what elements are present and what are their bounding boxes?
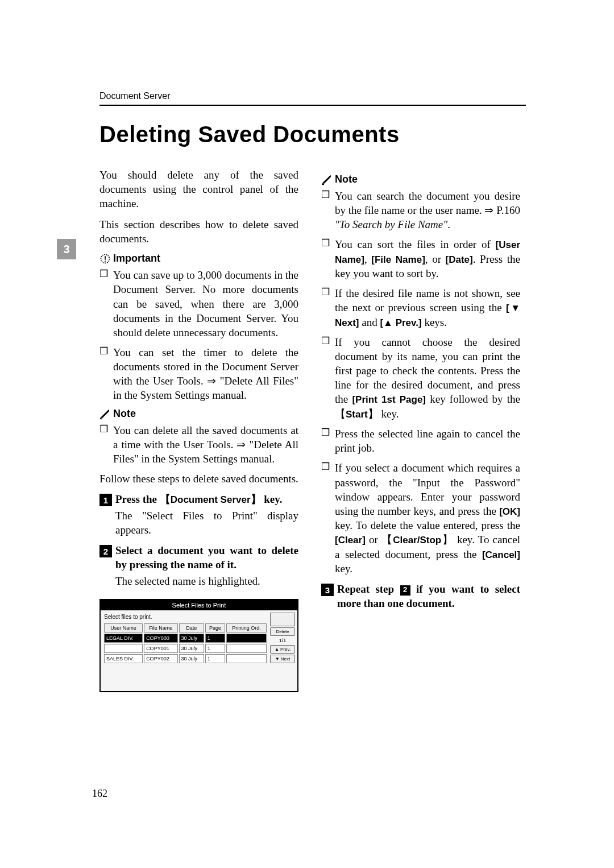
important-item: You can set the timer to delete the docu… bbox=[99, 345, 298, 402]
note-label: Note bbox=[321, 173, 520, 185]
lcd-subtitle: Select files to print. bbox=[104, 614, 268, 620]
t: You can search the document you desire b… bbox=[335, 190, 520, 216]
cell-date: 30 July bbox=[179, 654, 204, 663]
note-icon bbox=[99, 408, 111, 420]
step-1: 1 Press the 【Document Server】 key. bbox=[99, 493, 298, 507]
cell-page: 1 bbox=[205, 634, 225, 643]
col-file[interactable]: File Name bbox=[144, 623, 177, 633]
table-row[interactable]: COPY001 30 July 1 bbox=[104, 644, 267, 653]
col-printing-order[interactable]: Printing Ord. bbox=[226, 623, 267, 633]
right-column: Note You can search the document you des… bbox=[321, 168, 520, 692]
step-1-head: Press the 【Document Server】 key. bbox=[115, 493, 282, 507]
prev-button[interactable]: ▲ Prev. bbox=[270, 645, 295, 654]
lcd-main: Select files to print. User Name File Na… bbox=[103, 613, 268, 687]
lead-para: Follow these steps to delete saved docum… bbox=[99, 472, 298, 486]
t: and bbox=[359, 316, 380, 328]
cell-file: COPY002 bbox=[144, 654, 177, 663]
step-number-icon: 1 bbox=[99, 494, 112, 506]
start-key: Start bbox=[346, 409, 368, 420]
cell-page: 1 bbox=[205, 644, 225, 653]
step-3: 3 Repeat step 2 if you want to select mo… bbox=[321, 582, 520, 610]
left-column: You should delete any of the saved docum… bbox=[99, 168, 298, 692]
t: , or bbox=[425, 253, 446, 265]
t: . bbox=[447, 218, 450, 230]
step-number-icon: 2 bbox=[99, 545, 112, 557]
page-indicator: 1/1 bbox=[270, 637, 295, 644]
clear-key: [Clear] bbox=[335, 535, 366, 545]
t: keys. bbox=[422, 316, 447, 328]
date-key: [Date] bbox=[446, 254, 473, 265]
scroll-icon[interactable] bbox=[270, 613, 295, 626]
lcd-title: Select Files to Print bbox=[101, 600, 297, 610]
note-item: If the desired file name is not shown, s… bbox=[321, 286, 520, 329]
running-head: Document Server bbox=[99, 91, 526, 101]
note-item: If you cannot choose the desired documen… bbox=[321, 335, 520, 421]
col-page[interactable]: Page bbox=[205, 623, 225, 633]
bracket-open: 【 bbox=[160, 493, 171, 505]
ok-key: [OK] bbox=[499, 506, 520, 517]
cell-file: COPY001 bbox=[144, 644, 177, 653]
cell-user bbox=[104, 644, 143, 653]
page-number: 162 bbox=[92, 788, 107, 800]
bracket-open: 【 bbox=[335, 408, 346, 420]
note-text: Note bbox=[335, 173, 358, 185]
next-button[interactable]: ▼ Next bbox=[270, 655, 295, 663]
two-columns: You should delete any of the saved docum… bbox=[99, 168, 526, 692]
clear-stop-key: Clear/Stop bbox=[393, 535, 441, 545]
important-label: Important bbox=[99, 253, 298, 264]
note-text: Note bbox=[113, 408, 136, 420]
svg-rect-1 bbox=[105, 256, 106, 260]
file-name-key: [File Name] bbox=[371, 254, 425, 265]
note-item: You can sort the files in order of [User… bbox=[321, 237, 520, 280]
important-text: Important bbox=[113, 253, 160, 264]
cell-order bbox=[226, 634, 267, 643]
note-list: You can delete all the saved documents a… bbox=[99, 423, 298, 466]
t: key. bbox=[335, 563, 352, 574]
important-list: You can save up to 3,000 documents in th… bbox=[99, 268, 298, 402]
note-item: You can delete all the saved documents a… bbox=[99, 423, 298, 466]
cell-date: 30 July bbox=[179, 634, 204, 643]
cell-order bbox=[226, 644, 267, 653]
cell-file: COPY000 bbox=[144, 634, 177, 643]
note-item: You can search the document you desire b… bbox=[321, 189, 520, 232]
step-3-head: Repeat step 2 if you want to select more… bbox=[337, 582, 520, 610]
lcd-screenshot: Select Files to Print Select files to pr… bbox=[99, 599, 298, 692]
step-number-icon: 3 bbox=[321, 584, 334, 596]
print-1st-page-key: [Print 1st Page] bbox=[352, 394, 426, 405]
delete-button[interactable]: Delete bbox=[270, 627, 295, 636]
step-2: 2 Select a document you want to delete b… bbox=[99, 544, 298, 572]
table-row[interactable]: LEGAL DIV. COPY000 30 July 1 bbox=[104, 634, 267, 643]
col-user[interactable]: User Name bbox=[104, 623, 143, 633]
note-icon bbox=[321, 174, 333, 185]
bracket-close: 】 bbox=[441, 534, 454, 545]
step-1-body: The "Select Files to Print" display appe… bbox=[115, 509, 298, 537]
intro-para-2: This section describes how to delete sav… bbox=[99, 217, 298, 246]
t: Repeat step bbox=[337, 583, 400, 595]
page: 3 Document Server Deleting Saved Documen… bbox=[0, 0, 614, 868]
ref-italic: "To Search by File Name" bbox=[335, 218, 447, 230]
cell-page: 1 bbox=[205, 654, 225, 663]
bracket-close: 】 bbox=[251, 493, 262, 505]
step-ref-icon: 2 bbox=[400, 585, 410, 596]
chapter-tab: 3 bbox=[57, 239, 76, 259]
intro-para-1: You should delete any of the saved docum… bbox=[99, 168, 298, 210]
t: key. To delete the value entered, press … bbox=[335, 519, 520, 531]
cell-date: 30 July bbox=[179, 644, 204, 653]
table-row[interactable]: SALES DIV. COPY002 30 July 1 bbox=[104, 654, 267, 663]
step-1-post: key. bbox=[262, 493, 283, 505]
t: or bbox=[366, 534, 381, 545]
page-title: Deleting Saved Documents bbox=[99, 122, 526, 147]
col-date[interactable]: Date bbox=[179, 623, 204, 633]
step-2-body: The selected name is highlighted. bbox=[115, 574, 298, 589]
header-rule bbox=[99, 105, 526, 106]
step-2-head: Select a document you want to delete by … bbox=[115, 544, 298, 572]
table-header-row: User Name File Name Date Page Printing O… bbox=[104, 623, 267, 633]
note-item: Press the selected line again to cancel … bbox=[321, 427, 520, 455]
document-server-key: Document Server bbox=[171, 494, 251, 505]
note-label: Note bbox=[99, 408, 298, 420]
t: If you select a document which requires … bbox=[335, 462, 520, 516]
lcd-body: Select files to print. User Name File Na… bbox=[101, 610, 297, 691]
svg-rect-2 bbox=[105, 261, 106, 262]
step-1-pre: Press the bbox=[115, 493, 160, 505]
t: , bbox=[364, 253, 371, 265]
